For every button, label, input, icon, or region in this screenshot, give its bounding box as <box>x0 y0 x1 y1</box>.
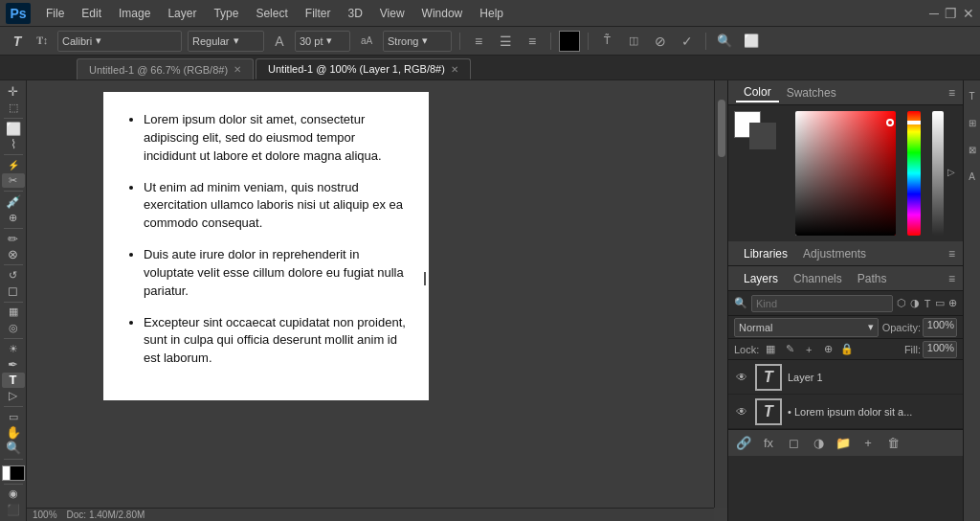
quick-select-tool[interactable]: ⚡ <box>2 158 25 172</box>
layer-visibility-2[interactable]: 👁 <box>734 404 749 419</box>
new-layer-btn[interactable]: + <box>858 434 878 453</box>
eraser-tool[interactable]: ◻ <box>2 283 25 298</box>
gradient-tool[interactable]: ▦ <box>2 305 25 319</box>
menu-window[interactable]: Window <box>414 5 471 22</box>
brush-tool[interactable]: ✏ <box>2 231 25 245</box>
fill-input[interactable]: 100% <box>923 341 957 358</box>
workspace-button[interactable]: ⬜ <box>741 31 762 52</box>
color-swatches[interactable] <box>2 465 25 480</box>
menu-view[interactable]: View <box>372 5 412 22</box>
crop-tool[interactable]: ✂ <box>2 173 25 188</box>
alpha-bar[interactable] <box>932 111 944 236</box>
blend-mode-dropdown[interactable]: Normal▾ <box>734 318 879 337</box>
zoom-tool[interactable]: 🔍 <box>2 441 25 455</box>
lock-artboard-btn[interactable]: ⊕ <box>820 342 835 357</box>
align-right-button[interactable]: ≡ <box>522 31 543 52</box>
filter-text-btn[interactable]: T <box>924 295 931 312</box>
menu-image[interactable]: Image <box>111 5 158 22</box>
move-tool[interactable]: ✛ <box>2 84 25 99</box>
path-select-tool[interactable]: ▷ <box>2 389 25 403</box>
eyedropper-tool[interactable]: 💉 <box>2 194 25 209</box>
menu-3d[interactable]: 3D <box>340 5 369 22</box>
minimize-button[interactable]: ─ <box>929 6 939 21</box>
filter-adj-btn[interactable]: ◑ <box>910 295 920 312</box>
sidebar-tool-4[interactable]: A <box>965 165 980 188</box>
sidebar-tool-3[interactable]: ⊠ <box>965 138 980 161</box>
tab-close-1[interactable]: ✕ <box>451 64 458 75</box>
lock-lock-btn[interactable]: 🔒 <box>839 342 855 357</box>
tab-layers[interactable]: Layers <box>736 270 786 287</box>
history-brush-tool[interactable]: ↺ <box>2 268 25 283</box>
layer-item-1[interactable]: 👁 T Layer 1 <box>728 360 963 395</box>
layer-visibility-1[interactable]: 👁 <box>734 370 749 385</box>
tab-adjustments[interactable]: Adjustments <box>795 245 874 262</box>
orient-icon[interactable]: 𝐓↕ <box>33 32 52 51</box>
lasso-tool[interactable]: ⌇ <box>2 137 25 151</box>
layers-search-input[interactable] <box>751 295 893 312</box>
tab-swatches[interactable]: Swatches <box>779 84 844 102</box>
font-size-input[interactable]: 30 pt▾ <box>295 31 350 52</box>
close-button[interactable]: ✕ <box>963 6 974 21</box>
color-panel-menu[interactable]: ≡ <box>948 86 955 100</box>
opacity-input[interactable]: 100% <box>923 318 957 337</box>
tab-channels[interactable]: Channels <box>786 270 850 287</box>
hue-bar[interactable] <box>907 111 921 236</box>
menu-file[interactable]: File <box>38 5 72 22</box>
tab-paths[interactable]: Paths <box>850 270 895 287</box>
sidebar-tool-2[interactable]: ⊞ <box>965 111 980 134</box>
tab-close-0[interactable]: ✕ <box>234 64 241 75</box>
rectangle-select-tool[interactable]: ⬜ <box>2 121 25 135</box>
layer-mask-btn[interactable]: ◻ <box>784 434 803 453</box>
menu-layer[interactable]: Layer <box>160 5 204 22</box>
background-color[interactable] <box>10 465 25 481</box>
layer-adj-btn[interactable]: ◑ <box>809 434 828 453</box>
align-left-button[interactable]: ≡ <box>468 31 489 52</box>
filter-smart-btn[interactable]: ⊕ <box>948 295 957 312</box>
anti-alias-dropdown[interactable]: Strong▾ <box>383 31 452 52</box>
filter-shape-btn[interactable]: ▭ <box>935 295 945 312</box>
canvas-area[interactable]: Lorem ipsum dolor sit amet, consectetur … <box>27 80 727 521</box>
sidebar-tool-1[interactable]: T <box>965 84 980 107</box>
menu-select[interactable]: Select <box>248 5 295 22</box>
filter-kind-btn[interactable]: ⬡ <box>897 295 906 312</box>
rectangle-tool[interactable]: ▭ <box>2 410 25 424</box>
screen-mode-btn[interactable]: ⬛ <box>2 503 25 517</box>
blur-tool[interactable]: ◎ <box>2 321 25 335</box>
transform-button[interactable]: ◫ <box>623 31 644 52</box>
confirm-button[interactable]: ✓ <box>677 31 698 52</box>
artboard-tool[interactable]: ⬚ <box>2 100 25 114</box>
vertical-scrollbar[interactable] <box>714 80 727 508</box>
layer-item-2[interactable]: 👁 T • Lorem ipsum dolor sit a... <box>728 395 963 429</box>
quick-mask-btn[interactable]: ◉ <box>2 487 25 501</box>
spot-heal-tool[interactable]: ⊕ <box>2 210 25 224</box>
layers-panel-menu[interactable]: ≡ <box>948 272 955 285</box>
menu-edit[interactable]: Edit <box>74 5 109 22</box>
type-tool[interactable]: T <box>2 373 25 387</box>
tab-inactive[interactable]: Untitled-1 @ 66.7% (RGB/8#) ✕ <box>77 58 254 79</box>
restore-button[interactable]: ❐ <box>945 6 957 21</box>
tab-active[interactable]: Untitled-1 @ 100% (Layer 1, RGB/8#) ✕ <box>256 58 471 79</box>
tab-libraries[interactable]: Libraries <box>736 245 795 262</box>
align-center-button[interactable]: ☰ <box>495 31 516 52</box>
search-button[interactable]: 🔍 <box>714 31 735 52</box>
bg-color-box[interactable] <box>749 123 776 149</box>
text-color-swatch[interactable] <box>559 31 580 52</box>
layer-group-btn[interactable]: 📁 <box>834 434 853 453</box>
layer-effects-btn[interactable]: fx <box>759 434 778 453</box>
font-style-dropdown[interactable]: Regular▾ <box>188 31 264 52</box>
cancel-button[interactable]: ⊘ <box>650 31 671 52</box>
warp-text-button[interactable]: T̃ <box>596 31 617 52</box>
lib-panel-menu[interactable]: ≡ <box>948 247 955 260</box>
menu-help[interactable]: Help <box>472 5 511 22</box>
dodge-tool[interactable]: ☀ <box>2 342 25 356</box>
menu-filter[interactable]: Filter <box>298 5 339 22</box>
lock-position-btn[interactable]: ✎ <box>782 342 797 357</box>
tab-color[interactable]: Color <box>736 83 779 102</box>
pen-tool[interactable]: ✒ <box>2 357 25 372</box>
expand-color-btn[interactable]: ▷ <box>947 167 957 177</box>
link-layers-btn[interactable]: 🔗 <box>734 434 753 453</box>
hand-tool[interactable]: ✋ <box>2 425 25 440</box>
menu-type[interactable]: Type <box>206 5 246 22</box>
clone-tool[interactable]: ⊗ <box>2 247 25 261</box>
lock-all-btn[interactable]: + <box>801 342 816 357</box>
